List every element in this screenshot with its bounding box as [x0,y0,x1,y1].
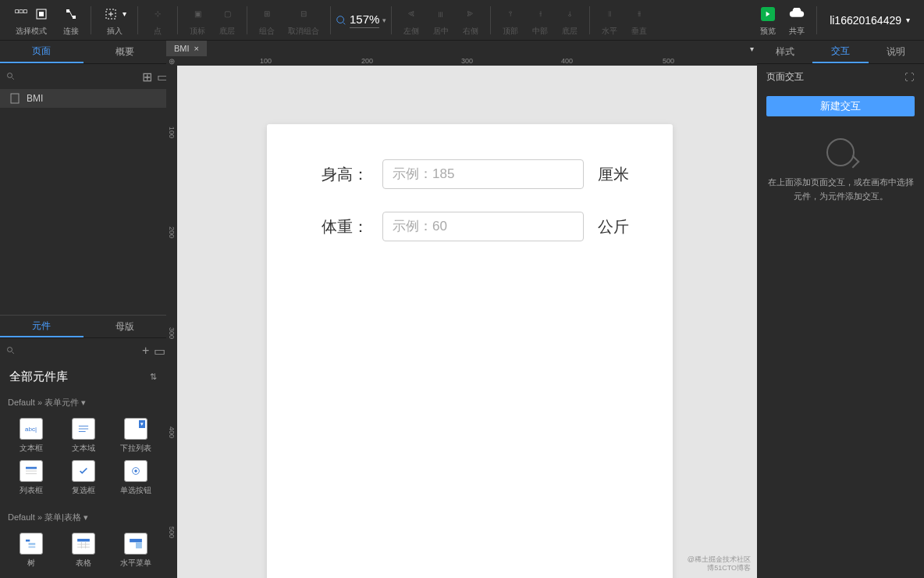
point-icon: ⊹ [149,5,166,23]
tab-style[interactable]: 样式 [757,41,812,63]
widget-textarea[interactable]: 文本域 [60,418,106,454]
send-back-icon: ▢ [219,5,236,23]
weight-input[interactable] [382,212,584,241]
point-group: ⊹ 点 [143,0,172,40]
ztop-group: ▣顶标 [183,0,212,40]
center-area: BMI × ▾ ⊕ 100 200 300 400 500 100 200 30… [166,41,757,578]
bring-front-icon: ▣ [189,5,206,23]
align-middle-icon: ⫲ [531,5,549,23]
search-icon [336,15,346,26]
share-group[interactable]: 共享 [782,0,812,40]
close-icon[interactable]: × [194,44,199,53]
ungroup-group: ⊟取消组合 [282,0,325,40]
dist-h-icon: ⫴ [601,5,618,23]
align-center-h-icon: ⫼ [432,5,450,23]
search-icon[interactable] [6,71,16,82]
library-dropdown[interactable]: 全部元件库 ⇅ [0,363,166,391]
divider [91,6,91,34]
search-icon[interactable] [6,345,16,356]
svg-rect-15 [26,540,30,542]
page-interaction-header: 页面交互 ⛶ [757,64,924,90]
group-group: ⊞组合 [252,0,282,40]
align-top-icon: ⫯ [502,5,519,23]
tabs-dropdown-icon[interactable]: ▾ [750,45,754,53]
tab-outline[interactable]: 概要 [84,41,167,63]
select-mode-group[interactable]: 选择模式 [6,0,56,40]
tab-notes[interactable]: 说明 [869,41,924,63]
svg-rect-6 [73,16,76,19]
widget-droplist[interactable]: ▾下拉列表 [112,418,158,454]
cloud-icon [788,5,805,23]
right-panel: 样式 交互 说明 页面交互 ⛶ 新建交互 在上面添加页面交互，或在画布中选择元件… [757,41,924,578]
page-icon [9,93,20,104]
play-icon [761,7,775,21]
insert-group[interactable]: ▾ 插入 [96,0,133,40]
divider [589,6,590,34]
connect-icon [62,5,80,23]
ruler-vertical: 100 200 300 400 500 [166,66,177,578]
widget-textfield[interactable]: abc|文本框 [8,418,54,454]
svg-rect-10 [11,94,19,103]
divider [490,6,491,34]
align-left: ⫷左侧 [396,0,426,40]
tab-widgets[interactable]: 元件 [0,316,84,337]
align-right: ⫸右侧 [456,0,485,40]
widgets-search-input[interactable] [20,345,137,356]
insert-icon [102,5,119,23]
svg-rect-1 [20,9,23,12]
canvas[interactable]: 身高： 厘米 体重： 公斤 @稀土掘金技术社区 博51CTO博客 [177,66,757,578]
svg-rect-16 [28,543,35,545]
user-menu[interactable]: li16620164429 ▾ [822,14,918,27]
main-area: 页面 概要 ⊞ ▭ BMI 元件 母版 + ▭ ⋮ 全部元件库 ⇅ [0,41,924,578]
page-item-bmi[interactable]: BMI [0,89,166,108]
cursor-click-icon [826,138,855,166]
widget-table[interactable]: 表格 [60,533,106,569]
align-bottom: ⫰底层 [555,0,585,40]
tab-pages[interactable]: 页面 [0,41,84,63]
ruler-origin-icon: ⊕ [166,56,177,66]
divider [391,6,392,34]
widgets-tab-row: 元件 母版 [0,315,166,338]
pages-search-input[interactable] [20,71,137,82]
align-right-icon: ⫸ [462,5,479,23]
plus-icon[interactable]: + [142,345,149,356]
align-top: ⫯顶部 [496,0,525,40]
preview-group[interactable]: 预览 [754,0,782,40]
widget-checkbox[interactable]: 复选框 [60,460,106,496]
pages-search-row: ⊞ ▭ [0,64,166,89]
add-page-icon[interactable]: ⊞ [142,71,152,82]
chevron-down-icon: ▾ [906,16,910,24]
page-rectangle[interactable]: 身高： 厘米 体重： 公斤 [267,124,673,578]
widget-listbox[interactable]: 列表框 [8,460,54,496]
select-single-icon [33,5,50,23]
divider [137,6,138,34]
pages-tab-row: 页面 概要 [0,41,166,64]
height-row: 身高： 厘米 [322,159,629,189]
dist-v: ⫵垂直 [624,0,654,40]
library-icon[interactable]: ▭ [154,345,165,356]
zoom-control[interactable]: 157% ▾ [336,12,386,28]
widget-hmenu[interactable]: 水平菜单 [112,533,158,569]
new-interaction-button[interactable]: 新建交互 [766,96,915,116]
widget-radio[interactable]: 单选按钮 [112,460,158,496]
widget-tree[interactable]: 树 [8,533,54,569]
height-unit: 厘米 [598,164,629,185]
weight-row: 体重： 公斤 [322,212,629,241]
tab-masters[interactable]: 母版 [84,316,167,337]
svg-rect-2 [23,9,27,12]
align-left-icon: ⫷ [403,5,420,23]
left-panel: 页面 概要 ⊞ ▭ BMI 元件 母版 + ▭ ⋮ 全部元件库 ⇅ [0,41,166,578]
weight-unit: 公斤 [598,216,629,237]
height-input[interactable] [382,159,584,189]
widgets-search-row: + ▭ ⋮ [0,338,166,363]
dist-v-icon: ⫵ [631,5,648,23]
connect-group[interactable]: 连接 [56,0,86,40]
divider [247,6,247,34]
svg-point-14 [134,469,137,473]
divider [330,6,331,34]
height-label: 身高： [322,164,368,185]
expand-icon[interactable]: ⛶ [904,72,915,83]
canvas-tab-bmi[interactable]: BMI × [166,41,207,56]
tab-interaction[interactable]: 交互 [812,41,868,63]
svg-rect-5 [66,9,69,12]
